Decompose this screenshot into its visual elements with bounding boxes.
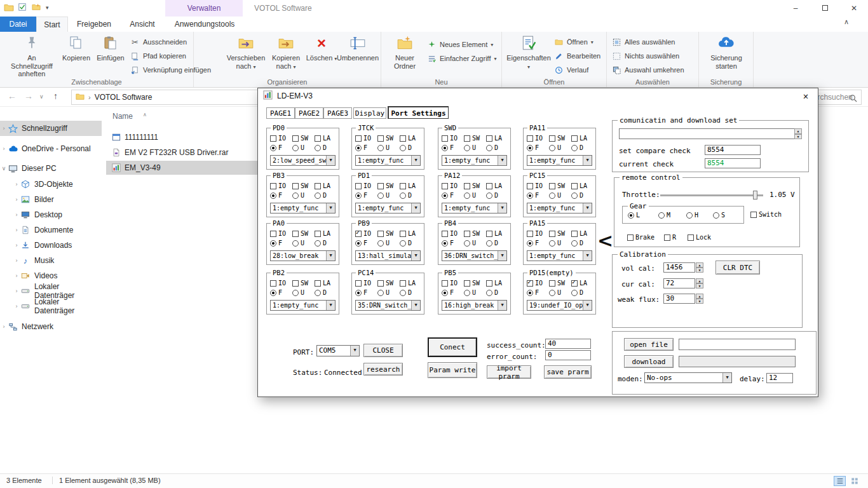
sw-checkbox[interactable] [464,135,470,142]
combo-arrow-icon[interactable]: ▼ [326,301,335,310]
d-radio[interactable] [315,145,321,151]
dialog-tab-page3[interactable]: PAGE3 [323,107,352,119]
sw-checkbox[interactable] [549,135,555,142]
column-header-name[interactable]: Name∧ [112,112,147,121]
details-view-button[interactable] [834,476,846,486]
easy-access-button[interactable]: Einfacher Zugriff ▾ [427,52,497,65]
throttle-slider[interactable] [660,194,763,196]
import-param-button[interactable]: import prarm [487,365,531,379]
u-radio[interactable] [464,193,470,199]
combo-arrow-icon[interactable]: ▼ [350,346,359,356]
la-checkbox[interactable] [400,280,406,287]
lock-checkbox[interactable] [688,234,694,241]
u-radio[interactable] [549,193,555,199]
param-write-button[interactable]: Param write [428,362,477,378]
io-checkbox[interactable] [270,280,276,287]
edit-button[interactable]: Bearbeiten [554,50,600,62]
select-none-button[interactable]: Nichts auswählen [612,50,679,62]
tab-freigeben[interactable]: Freigeben [68,17,120,32]
combo-arrow-icon[interactable]: ▼ [583,156,592,165]
sidebar-item-desktop[interactable]: › Desktop [0,207,102,222]
d-radio[interactable] [571,290,578,296]
move-to-button[interactable]: Verschieben nach ▾ [226,34,266,70]
save-param-button[interactable]: save prarm [544,365,592,379]
select-all-button[interactable]: Alles auswählen [612,36,675,48]
combo-arrow-icon[interactable]: ▼ [583,251,592,261]
new-folder-button[interactable]: Neuer Ordner [386,34,423,70]
io-checkbox[interactable] [442,135,448,142]
sidebar-item-3d-objekte[interactable]: › 3D-Objekte [0,177,102,192]
close-port-button[interactable]: CLOSE [363,344,403,357]
la-checkbox[interactable] [315,280,321,287]
download-button[interactable]: download [624,355,674,368]
combo-arrow-icon[interactable]: ▼ [411,301,420,310]
io-checkbox[interactable] [270,135,276,142]
expander-icon[interactable]: › [13,242,20,248]
combo-arrow-icon[interactable]: ▼ [498,301,506,310]
port-function-select[interactable]: 1:empty_func▼ [355,155,421,166]
gear-m-radio[interactable] [658,212,665,219]
u-radio[interactable] [549,290,555,296]
weak-flux-spinner[interactable]: ▲▼ [696,294,703,304]
f-radio[interactable] [355,193,362,199]
u-radio[interactable] [292,290,299,296]
gear-l-radio[interactable] [628,212,634,219]
u-radio[interactable] [549,145,555,151]
expander-icon[interactable]: › [0,323,8,330]
gear-s-radio[interactable] [713,212,719,219]
sw-checkbox[interactable] [377,135,384,142]
expander-icon[interactable]: › [0,146,8,152]
io-checkbox[interactable] [442,183,448,189]
port-function-select[interactable]: 1:empty_func▼ [442,155,507,166]
sw-checkbox[interactable] [549,231,555,237]
sw-checkbox[interactable] [377,231,384,237]
tab-start[interactable]: Start [36,17,68,32]
sidebar-item-lokaler-datentraeger-2[interactable]: › Lokaler Datenträger [0,299,102,314]
d-radio[interactable] [486,145,492,151]
d-radio[interactable] [315,193,321,199]
delete-button[interactable]: × Löschen ▾ [306,34,337,62]
la-checkbox[interactable] [571,183,578,189]
d-radio[interactable] [400,290,406,296]
f-radio[interactable] [527,145,533,151]
f-radio[interactable] [442,240,448,247]
copy-path-button[interactable]: Pfad kopieren [130,50,186,62]
io-checkbox[interactable] [442,280,448,287]
sidebar-item-dieser-pc[interactable]: ∨ Dieser PC [0,161,102,176]
port-function-select[interactable]: 1:empty_func▼ [527,250,592,261]
sw-checkbox[interactable] [292,183,299,189]
u-radio[interactable] [464,290,470,296]
port-function-select[interactable]: 2:low_speed_sw▼ [270,155,336,166]
dialog-tab-page1[interactable]: PAGE1 [266,107,295,119]
io-checkbox[interactable] [527,135,533,142]
cur-cal-field[interactable]: 72 [663,278,695,288]
gear-h-radio[interactable] [686,212,693,219]
combo-arrow-icon[interactable]: ▼ [498,156,506,165]
open-button[interactable]: Öffnen ▾ [554,36,593,48]
io-checkbox[interactable] [355,183,362,189]
d-radio[interactable] [400,145,406,151]
la-checkbox[interactable] [400,135,406,142]
f-radio[interactable] [355,240,362,247]
dialog-tab-page2[interactable]: PAGE2 [295,107,323,119]
expander-icon[interactable]: › [13,303,20,309]
weak-flux-field[interactable]: 30 [663,294,695,304]
d-radio[interactable] [315,240,321,247]
throttle-slider-thumb[interactable] [753,191,757,200]
copy-button[interactable]: Kopieren [60,34,93,62]
recent-locations-icon[interactable]: ∨ [39,93,44,100]
qat-newfolder-icon[interactable] [32,3,42,13]
brake-checkbox[interactable] [627,234,634,241]
combo-arrow-icon[interactable]: ▼ [722,373,731,383]
open-file-button[interactable]: open file [624,338,674,351]
tab-ansicht[interactable]: Ansicht [120,17,165,32]
expander-icon[interactable]: › [13,181,20,187]
up-icon[interactable]: ↑ [53,91,58,101]
combo-arrow-icon[interactable]: ▼ [326,251,335,261]
sw-checkbox[interactable] [549,280,555,287]
io-checkbox[interactable] [270,183,276,189]
cut-button[interactable]: ✂ Ausschneiden [130,36,187,48]
expander-icon[interactable]: ∨ [0,165,8,172]
expander-icon[interactable]: › [13,227,20,233]
sw-checkbox[interactable] [292,280,299,287]
